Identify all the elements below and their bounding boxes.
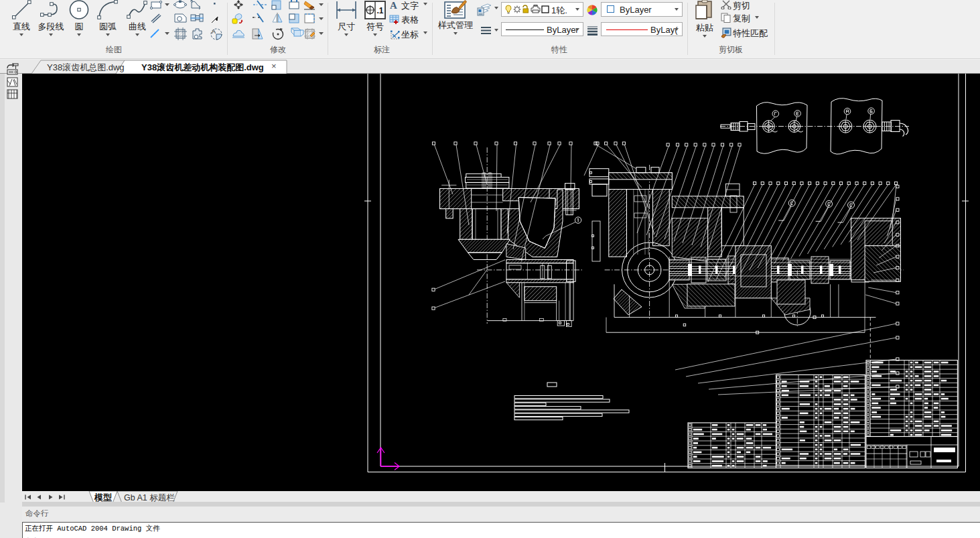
svg-text:.1: .1 bbox=[377, 6, 384, 15]
svg-text:A: A bbox=[212, 28, 216, 35]
svg-text:A: A bbox=[390, 0, 397, 11]
